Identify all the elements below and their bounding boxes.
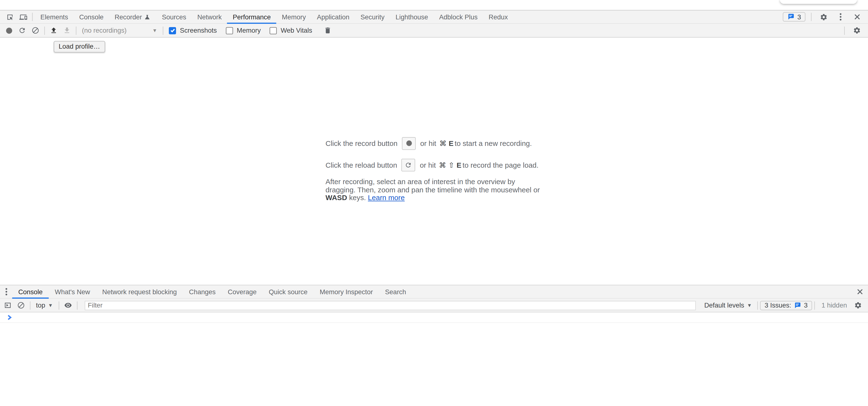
cutoff-popup-remnant [780, 0, 857, 4]
tab-redux[interactable]: Redux [483, 10, 514, 24]
settings-gear-button[interactable] [817, 11, 831, 23]
devtools-window: Elements Console Recorder Sources Networ… [0, 0, 868, 406]
empty-state: Click the record button or hit ⌘ E to st… [326, 37, 542, 202]
e-key: E [449, 139, 454, 147]
drawer-tab-coverage[interactable]: Coverage [222, 285, 262, 298]
tabbar-right-cluster: 3 [783, 11, 868, 23]
separator [44, 26, 45, 35]
chevron-down-icon: ▼ [152, 28, 157, 33]
perf-toolbar-right [842, 25, 868, 37]
separator [32, 13, 33, 21]
create-live-expression-button[interactable] [61, 299, 74, 311]
separator [757, 301, 758, 309]
tab-application[interactable]: Application [311, 10, 355, 24]
performance-panel-content: Click the record button or hit ⌘ E to st… [0, 37, 868, 284]
more-options-button[interactable] [834, 11, 847, 23]
separator [844, 26, 845, 35]
record-icon [6, 27, 12, 33]
close-devtools-button[interactable] [850, 11, 864, 23]
tab-performance[interactable]: Performance [227, 10, 276, 24]
drawer: Console What's New Network request block… [0, 285, 868, 406]
issues-bubble-icon [794, 302, 801, 309]
page-background-strip [0, 0, 868, 10]
tab-memory[interactable]: Memory [276, 10, 311, 24]
load-profile-tooltip: Load profile… [54, 41, 105, 53]
drawer-tab-whats-new[interactable]: What's New [49, 285, 96, 298]
load-profile-button[interactable] [47, 25, 60, 37]
drawer-tabbar: Console What's New Network request block… [0, 285, 868, 299]
drawer-tab-changes[interactable]: Changes [183, 285, 222, 298]
clear-button[interactable] [29, 25, 42, 37]
save-profile-button[interactable] [60, 25, 73, 37]
drawer-tab-memory-inspector[interactable]: Memory Inspector [314, 285, 379, 298]
tab-recorder[interactable]: Recorder [109, 10, 156, 24]
issues-counter-button[interactable]: 3 [783, 12, 806, 22]
separator [163, 26, 163, 35]
separator [76, 26, 76, 35]
tab-sources[interactable]: Sources [156, 10, 192, 24]
tab-security[interactable]: Security [355, 10, 390, 24]
close-icon [857, 289, 863, 295]
console-issues-button[interactable]: 3 Issues: 3 [760, 301, 812, 310]
recordings-select[interactable]: (no recordings) ▼ [82, 27, 157, 34]
separator [30, 301, 30, 309]
console-filter-input[interactable] [85, 301, 696, 310]
kebab-icon [836, 13, 845, 21]
drawer-tab-quick-source[interactable]: Quick source [263, 285, 314, 298]
record-button[interactable] [2, 25, 16, 37]
console-messages-area[interactable] [0, 312, 868, 323]
reload-instruction-line: Click the reload button or hit ⌘ ⇧ E to … [326, 158, 542, 172]
checkbox-checked-icon [169, 27, 176, 34]
shift-key: ⇧ [448, 161, 454, 169]
console-toolbar: top ▼ Default levels ▼ 3 Issues: 3 1 hid… [0, 299, 868, 312]
separator [58, 301, 59, 309]
console-prompt[interactable] [0, 312, 868, 323]
record-instruction-line: Click the record button or hit ⌘ E to st… [326, 137, 542, 150]
checkbox-unchecked-icon [270, 27, 277, 34]
cmd-key: ⌘ [439, 161, 446, 169]
kebab-icon [2, 288, 11, 296]
usage-hint: After recording, select an area of inter… [326, 178, 542, 202]
drawer-tab-network-request-blocking[interactable]: Network request blocking [96, 285, 183, 298]
drawer-more-tools-button[interactable] [0, 288, 12, 296]
separator [77, 301, 77, 309]
wasd-keys: WASD [326, 194, 347, 202]
tab-lighthouse[interactable]: Lighthouse [390, 10, 434, 24]
chevron-down-icon: ▼ [747, 302, 752, 308]
device-toolbar-button[interactable] [17, 11, 30, 23]
memory-checkbox[interactable]: Memory [226, 27, 261, 34]
e-key: E [457, 161, 461, 169]
inspect-element-button[interactable] [3, 11, 17, 23]
record-button-illustration [402, 137, 416, 150]
checkbox-unchecked-icon [226, 27, 233, 34]
main-tabbar: Elements Console Recorder Sources Networ… [0, 10, 868, 24]
issues-bubble-icon [787, 13, 795, 21]
garbage-collect-button[interactable] [321, 25, 335, 37]
clear-console-button[interactable] [14, 299, 28, 311]
tab-console[interactable]: Console [73, 10, 109, 24]
cmd-key: ⌘ [439, 139, 446, 147]
drawer-tab-search[interactable]: Search [379, 285, 412, 298]
hidden-messages-label: 1 hidden [817, 302, 851, 309]
console-sidebar-toggle-button[interactable] [1, 299, 14, 311]
drawer-tab-console[interactable]: Console [12, 285, 49, 298]
console-settings-button[interactable] [851, 299, 865, 311]
capture-settings-button[interactable] [850, 25, 864, 37]
chevron-down-icon: ▼ [48, 302, 53, 308]
prompt-chevron-icon [7, 315, 12, 320]
issues-count: 3 [797, 13, 801, 21]
tab-adblock-plus[interactable]: Adblock Plus [434, 10, 483, 24]
drawer-close-button[interactable] [857, 287, 868, 297]
separator [814, 301, 815, 309]
screenshots-checkbox[interactable]: Screenshots [169, 27, 217, 34]
reload-and-record-button[interactable] [16, 25, 29, 37]
tab-network[interactable]: Network [192, 10, 227, 24]
web-vitals-checkbox[interactable]: Web Vitals [270, 27, 312, 34]
javascript-context-select[interactable]: top ▼ [33, 302, 56, 309]
separator [811, 13, 812, 21]
reload-button-illustration [402, 159, 415, 171]
log-levels-select[interactable]: Default levels ▼ [701, 302, 755, 309]
performance-toolbar: (no recordings) ▼ Screenshots Memory Web… [0, 24, 868, 37]
learn-more-link[interactable]: Learn more [368, 194, 405, 202]
tab-elements[interactable]: Elements [35, 10, 73, 24]
